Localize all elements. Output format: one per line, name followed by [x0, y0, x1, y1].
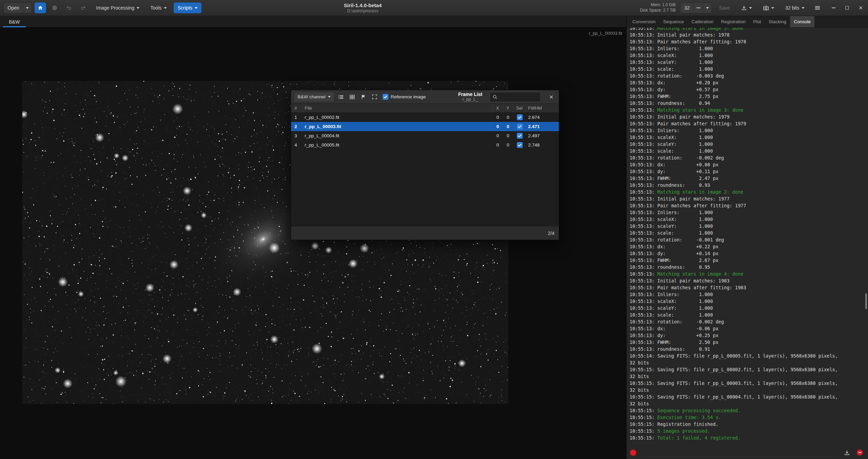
sel-checkbox[interactable] — [517, 124, 523, 129]
sel-checkbox[interactable] — [517, 114, 523, 120]
fullscreen-button[interactable] — [370, 92, 380, 102]
console-line: 10:55:13: dy: +0.14 px — [630, 250, 868, 257]
frame-search-box[interactable] — [490, 92, 541, 102]
column-sel[interactable]: Sel — [513, 104, 526, 112]
console-line: 10:55:13: roundness: 0.93 — [630, 182, 868, 189]
tab-registration[interactable]: Registration — [717, 16, 749, 27]
row-fwhm: 2.674 — [526, 115, 559, 120]
column-file[interactable]: File — [303, 104, 493, 112]
command-line-input[interactable] — [640, 448, 838, 457]
open-label[interactable]: Open — [4, 3, 23, 13]
tab-sequence[interactable]: Sequence — [659, 16, 688, 27]
open-dropdown[interactable] — [23, 3, 31, 13]
console-log[interactable]: 10:55:13: Matching stars in image 5: don… — [626, 28, 868, 446]
console-line: 10:55:15: Registration finished. — [630, 421, 868, 428]
circle-icon — [52, 5, 57, 10]
row-y: 0 — [503, 124, 513, 129]
row-x: 0 — [493, 133, 503, 138]
tab-plot[interactable]: Plot — [749, 16, 765, 27]
hamburger-menu-button[interactable] — [812, 2, 823, 13]
checkbox-checked-icon[interactable] — [383, 94, 388, 100]
spinner-dropdown[interactable] — [703, 3, 712, 13]
console-line: 10:55:13: dy: +0.57 px — [630, 86, 868, 93]
chevron-down-icon — [137, 7, 139, 9]
console-line: 10:55:13: Inliers: 1.000 — [630, 291, 868, 298]
list-icon — [338, 95, 344, 99]
console-scrollbar[interactable] — [865, 293, 867, 309]
record-button[interactable] — [49, 2, 60, 13]
table-row[interactable]: 4 r_pp_L_00005.fit 0 0 2.748 — [291, 140, 559, 150]
console-line: 10:55:13: FWHM: 2.47 px — [630, 175, 868, 182]
minimize-icon — [832, 8, 836, 8]
sel-checkbox[interactable] — [517, 142, 523, 148]
table-row[interactable]: 3 r_pp_L_00004.fit 0 0 2.497 — [291, 131, 559, 140]
column-fwhm[interactable]: FWHM — [526, 104, 559, 112]
spinner-decrement[interactable] — [693, 3, 703, 13]
bit-depth-menu[interactable]: 32 bits — [781, 2, 809, 13]
console-line: 10:55:13: dx: +0.08 px — [630, 161, 868, 168]
row-fwhm: 2.471 — [526, 124, 559, 129]
console-line: 10:55:15: Total: 1 failed, 4 registered. — [630, 434, 868, 441]
console-line: 10:55:13: Inliers: 1.000 — [630, 209, 868, 216]
console-line: 10:55:13: Pair matches after fitting: 19… — [630, 284, 868, 291]
sequence-list-button[interactable] — [336, 92, 346, 102]
undo-button[interactable] — [63, 2, 75, 13]
tab-console[interactable]: Console — [790, 16, 815, 27]
tools-menu[interactable]: Tools — [146, 2, 171, 13]
row-select-cell — [513, 142, 526, 148]
home-button[interactable] — [35, 2, 46, 13]
tag-button[interactable] — [359, 92, 368, 102]
channel-dropdown[interactable]: B&W channel — [294, 92, 334, 102]
close-button[interactable] — [857, 4, 865, 12]
row-number: 2 — [291, 124, 303, 129]
console-line: 10:55:13: Inliers: 1.000 — [630, 127, 868, 134]
console-line: 10:55:13: dx: +0.20 px — [630, 79, 868, 86]
maximize-button[interactable] — [843, 4, 851, 12]
value-spinner[interactable]: 32 — [680, 2, 712, 13]
close-icon — [859, 6, 863, 10]
save-as-button[interactable] — [737, 2, 756, 13]
grid-icon — [349, 95, 355, 99]
tab-conversion[interactable]: Conversion — [629, 16, 659, 27]
save-button[interactable]: Save — [715, 2, 734, 13]
row-fwhm: 2.748 — [526, 142, 559, 148]
console-line: 10:55:13: Initial pair matches: 1983 — [630, 277, 868, 284]
spinner-value[interactable]: 32 — [680, 3, 693, 13]
do-not-disturb-button[interactable] — [855, 448, 864, 457]
tab-bw[interactable]: B&W — [1, 16, 27, 27]
chevron-down-icon — [328, 96, 331, 98]
dialog-close-button[interactable] — [547, 92, 556, 102]
console-line: 10:55:13: Pair matches after fitting: 19… — [630, 202, 868, 209]
bit-depth-label: 32 bits — [785, 5, 799, 11]
redo-button[interactable] — [78, 2, 89, 13]
snapshot-button[interactable] — [759, 2, 778, 13]
export-log-button[interactable] — [842, 448, 851, 457]
chevron-down-icon — [26, 7, 29, 9]
sel-checkbox[interactable] — [517, 133, 523, 139]
console-line: 10:55:14: Saving FITS: file r_pp_L_00005… — [630, 352, 868, 366]
dialog-footer: 2/4 — [291, 226, 559, 240]
scripts-menu[interactable]: Scripts — [174, 2, 202, 13]
column-y[interactable]: Y — [503, 104, 513, 112]
tab-stacking[interactable]: Stacking — [765, 16, 790, 27]
open-button[interactable]: Open — [3, 2, 32, 13]
reference-image-checkbox[interactable]: Reference image — [383, 94, 426, 100]
table-row[interactable]: 2 r_pp_L_00003.fit 0 0 2.471 — [291, 122, 559, 131]
frame-search-input[interactable] — [499, 94, 538, 99]
undo-icon — [66, 5, 72, 11]
check-icon — [518, 116, 522, 119]
table-row[interactable]: 1 r_pp_L_00002.fit 0 0 2.674 — [291, 113, 559, 122]
minimize-button[interactable] — [830, 4, 837, 12]
image-processing-menu[interactable]: Image Processing — [92, 2, 143, 13]
row-y: 0 — [503, 142, 513, 148]
column-number[interactable]: # — [291, 104, 303, 112]
tab-calibration[interactable]: Calibration — [688, 16, 717, 27]
column-x[interactable]: X — [493, 104, 503, 112]
row-number: 4 — [291, 142, 303, 148]
export-icon — [741, 5, 747, 11]
scripts-label: Scripts — [178, 5, 192, 11]
console-line: 10:55:13: scaleY: 1.000 — [630, 141, 868, 148]
do-not-disturb-icon — [857, 449, 863, 456]
grid-view-button[interactable] — [347, 92, 357, 102]
disk-info: Disk Space: 2.7 TiB — [640, 8, 676, 13]
